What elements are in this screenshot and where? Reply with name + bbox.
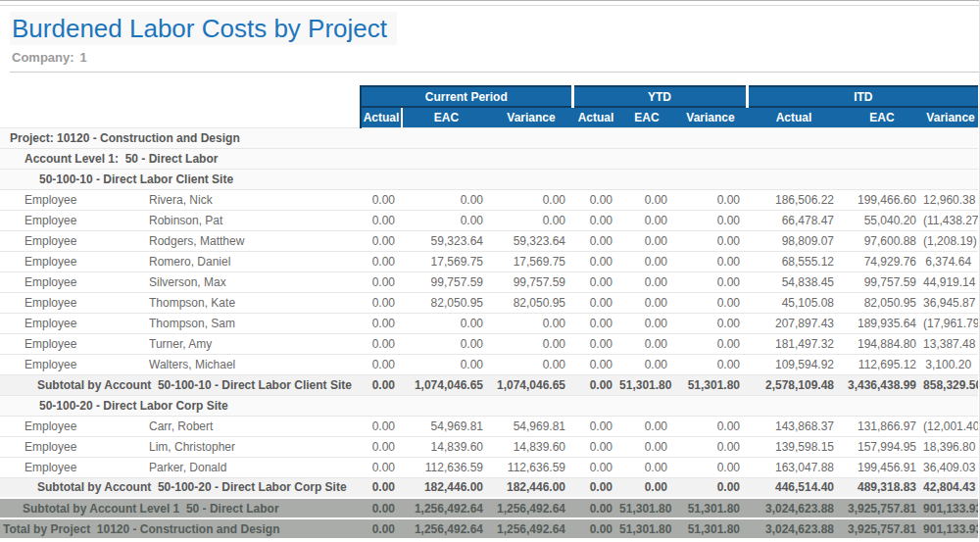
- subacct-row: Subtotal by Account 50-100-20 - Direct L…: [0, 477, 978, 498]
- value-cell: 0.00: [619, 230, 674, 251]
- value-cell: 0.00: [490, 189, 572, 210]
- value-cell: 0.00: [674, 313, 747, 333]
- value-cell: 1,256,492.64: [402, 498, 490, 518]
- value-cell: 3,100.20: [923, 354, 978, 374]
- sublevel-row: Subtotal by Account Level 1 50 - Direct …: [0, 498, 978, 518]
- group-header-ytd: YTD: [572, 86, 747, 107]
- value-cell: 0.00: [674, 477, 747, 498]
- value-cell: 59,323.64: [490, 230, 572, 251]
- value-cell: 0.00: [402, 354, 490, 374]
- value-cell: 51,301.80: [674, 518, 747, 539]
- employee-row: EmployeeCarr, Robert0.0054,969.8154,969.…: [0, 416, 978, 436]
- value-cell: [361, 395, 402, 416]
- report-page: Burdened Labor Costs by Project Company:…: [0, 0, 980, 542]
- value-cell: 18,396.80: [923, 436, 978, 457]
- value-cell: [619, 127, 674, 148]
- level-row: Account Level 1: 50 - Direct Labor: [0, 148, 978, 169]
- value-cell: [747, 148, 841, 169]
- col-header-itd-eac: EAC: [841, 107, 923, 127]
- value-cell: 0.00: [619, 457, 674, 477]
- value-cell: (12,001.40): [923, 416, 978, 436]
- value-cell: [490, 395, 572, 416]
- value-cell: [572, 127, 619, 148]
- value-cell: [572, 148, 619, 169]
- value-cell: 0.00: [674, 189, 747, 210]
- value-cell: 0.00: [674, 251, 747, 271]
- employee-row: EmployeeTurner, Amy0.000.000.000.000.000…: [0, 333, 978, 354]
- value-cell: 0.00: [361, 230, 402, 251]
- value-cell: 0.00: [674, 436, 747, 457]
- value-cell: 0.00: [572, 230, 619, 251]
- value-cell: [402, 148, 490, 169]
- value-cell: 0.00: [619, 189, 674, 210]
- value-cell: 0.00: [572, 457, 619, 477]
- employee-name: Thompson, Kate: [147, 292, 361, 313]
- value-cell: (17,961.79): [923, 313, 978, 333]
- value-cell: 182,446.00: [490, 477, 572, 498]
- value-cell: 1,074,046.65: [490, 374, 572, 395]
- value-cell: 3,436,438.99: [841, 374, 923, 395]
- col-header-ytd-eac: EAC: [619, 107, 674, 127]
- value-cell: 51,301.80: [674, 374, 747, 395]
- value-cell: 0.00: [619, 416, 674, 436]
- employee-row: EmployeeSilverson, Max0.0099,757.5999,75…: [0, 271, 978, 292]
- value-cell: 0.00: [361, 374, 402, 395]
- value-cell: 17,569.75: [402, 251, 490, 271]
- value-cell: 1,074,046.65: [402, 374, 490, 395]
- value-cell: 45,105.08: [747, 292, 841, 313]
- value-cell: 0.00: [619, 313, 674, 333]
- value-cell: 82,050.95: [841, 292, 923, 313]
- value-cell: 98,809.07: [747, 230, 841, 251]
- value-cell: [619, 169, 674, 189]
- value-cell: 0.00: [619, 436, 674, 457]
- column-subheader-row: Actual EAC Variance Actual EAC Variance …: [0, 107, 978, 127]
- value-cell: 0.00: [490, 333, 572, 354]
- value-cell: 0.00: [619, 292, 674, 313]
- value-cell: [572, 395, 619, 416]
- value-cell: [747, 127, 841, 148]
- value-cell: 0.00: [572, 251, 619, 271]
- value-cell: 901,133.93: [923, 498, 978, 518]
- value-cell: 0.00: [572, 416, 619, 436]
- value-cell: 0.00: [572, 313, 619, 333]
- value-cell: [841, 127, 923, 148]
- row-label: Employee: [0, 354, 147, 374]
- value-cell: [923, 148, 978, 169]
- value-cell: 3,925,757.81: [841, 518, 923, 539]
- value-cell: (1,208.19): [923, 230, 978, 251]
- employee-name: Turner, Amy: [147, 333, 361, 354]
- employee-row: EmployeeRivera, Nick0.000.000.000.000.00…: [0, 189, 978, 210]
- value-cell: 0.00: [361, 333, 402, 354]
- value-cell: [619, 148, 674, 169]
- value-cell: 0.00: [361, 189, 402, 210]
- value-cell: 0.00: [619, 354, 674, 374]
- employee-row: EmployeeThompson, Sam0.000.000.000.000.0…: [0, 313, 978, 333]
- row-label: Subtotal by Account 50-100-20 - Direct L…: [0, 477, 361, 498]
- employee-name: Rivera, Nick: [147, 189, 361, 210]
- employee-name: Carr, Robert: [147, 416, 361, 436]
- value-cell: 0.00: [572, 333, 619, 354]
- value-cell: 0.00: [361, 457, 402, 477]
- value-cell: 186,506.22: [747, 189, 841, 210]
- value-cell: 112,636.59: [490, 457, 572, 477]
- value-cell: 1,256,492.64: [490, 518, 572, 539]
- value-cell: 858,329.50: [923, 374, 978, 395]
- value-cell: [674, 148, 747, 169]
- value-cell: [747, 395, 841, 416]
- employee-row: EmployeeThompson, Kate0.0082,050.9582,05…: [0, 292, 978, 313]
- col-header-itd-variance: Variance: [923, 107, 978, 127]
- company-line: Company:1: [10, 50, 979, 65]
- value-cell: 0.00: [361, 251, 402, 271]
- value-cell: 0.00: [572, 292, 619, 313]
- col-header-ytd-actual: Actual: [572, 107, 619, 127]
- value-cell: 0.00: [361, 477, 402, 498]
- value-cell: 901,133.93: [923, 518, 978, 539]
- value-cell: 139,598.15: [747, 436, 841, 457]
- value-cell: 36,945.87: [923, 292, 978, 313]
- row-label: Employee: [0, 313, 147, 333]
- employee-name: Thompson, Sam: [147, 313, 361, 333]
- value-cell: [747, 169, 841, 189]
- value-cell: 182,446.00: [402, 477, 490, 498]
- value-cell: [841, 395, 923, 416]
- value-cell: 199,466.60: [841, 189, 923, 210]
